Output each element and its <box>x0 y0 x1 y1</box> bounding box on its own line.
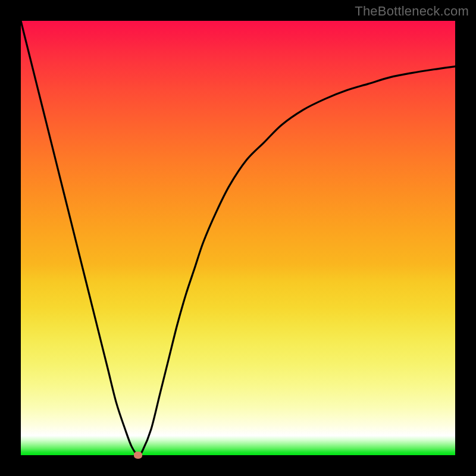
plot-area <box>21 21 455 455</box>
curve-svg <box>21 21 455 455</box>
watermark-text: TheBottleneck.com <box>355 4 469 19</box>
minimum-marker <box>134 452 142 459</box>
bottleneck-curve <box>21 21 455 455</box>
chart-frame: TheBottleneck.com <box>0 0 476 476</box>
